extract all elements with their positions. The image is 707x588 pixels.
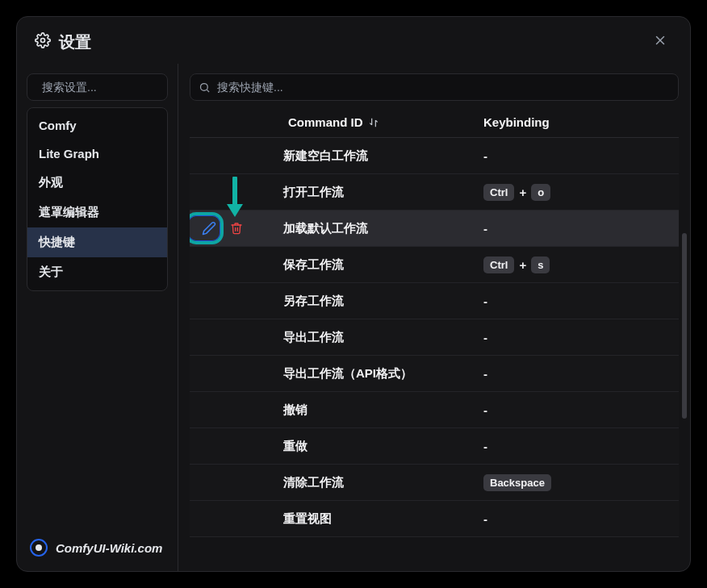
command-label: 撤销 <box>278 402 479 418</box>
command-label: 重做 <box>278 439 479 454</box>
gear-icon <box>35 32 51 52</box>
dialog-title-wrap: 设置 <box>35 31 91 53</box>
dialog-title: 设置 <box>59 31 91 53</box>
dialog-body: ComfyLite Graph外观遮罩编辑器快捷键关于 ComfyUI-Wiki… <box>17 64 690 571</box>
table-header: Command ID Keybinding <box>190 107 679 138</box>
sidebar-search[interactable] <box>27 73 168 101</box>
keybinding-cell: - <box>479 512 679 526</box>
no-binding: - <box>483 367 487 381</box>
sort-icon <box>368 117 379 128</box>
key-badge: Ctrl <box>483 256 514 273</box>
no-binding: - <box>483 403 487 417</box>
keybinding-cell: Ctrl+o <box>479 184 679 201</box>
scrollbar[interactable] <box>682 233 687 419</box>
command-label: 新建空白工作流 <box>278 148 479 164</box>
command-label: 保存工作流 <box>278 257 479 273</box>
table-row[interactable]: 加载默认工作流- <box>190 211 679 247</box>
keybinding-cell: - <box>479 149 679 163</box>
table-row[interactable]: 重做- <box>190 428 679 465</box>
key-badge: o <box>531 184 550 201</box>
trash-icon <box>230 222 243 235</box>
key-badge: s <box>531 256 550 273</box>
row-actions <box>190 356 278 391</box>
row-actions <box>190 247 278 282</box>
no-binding: - <box>483 222 487 236</box>
table-body: 新建空白工作流-打开工作流Ctrl+o加载默认工作流-保存工作流Ctrl+s另存… <box>190 138 679 571</box>
keybinding-cell: Backspace <box>479 474 679 491</box>
brand-icon <box>30 539 48 557</box>
keybinding-cell: Ctrl+s <box>479 256 679 273</box>
row-actions <box>190 283 278 319</box>
svg-point-0 <box>41 38 45 42</box>
delete-button[interactable] <box>227 219 246 238</box>
command-label: 重置视图 <box>278 511 479 527</box>
no-binding: - <box>483 294 487 308</box>
row-actions <box>190 319 278 355</box>
sidebar: ComfyLite Graph外观遮罩编辑器快捷键关于 ComfyUI-Wiki… <box>17 64 178 571</box>
table-row[interactable]: 导出工作流（API格式）- <box>190 356 679 392</box>
table-row[interactable]: 导出工作流- <box>190 319 679 356</box>
command-label: 清除工作流 <box>278 475 479 490</box>
row-actions <box>190 211 278 246</box>
brand: ComfyUI-Wiki.com <box>27 534 168 561</box>
no-binding: - <box>483 512 487 526</box>
sidebar-search-input[interactable] <box>42 81 183 94</box>
sidebar-item[interactable]: 关于 <box>27 257 167 287</box>
brand-label: ComfyUI-Wiki.com <box>56 541 162 555</box>
keybinding-cell: - <box>479 222 679 236</box>
command-label: 导出工作流（API格式） <box>278 366 479 382</box>
close-icon <box>653 33 667 48</box>
sidebar-item[interactable]: Lite Graph <box>27 140 167 168</box>
column-keybinding[interactable]: Keybinding <box>479 115 674 129</box>
svg-point-5 <box>201 83 208 90</box>
no-binding: - <box>483 331 487 344</box>
keybinding-search[interactable] <box>190 73 679 101</box>
keybinding-cell: - <box>479 367 679 381</box>
plus-separator: + <box>519 186 526 199</box>
dialog-header: 设置 <box>17 17 690 64</box>
command-label: 导出工作流 <box>278 330 479 345</box>
settings-dialog: 设置 ComfyLite Graph外观遮罩编辑器快捷键关于 ComfyUI-W… <box>16 16 691 572</box>
plus-separator: + <box>519 258 526 272</box>
svg-line-6 <box>207 90 209 92</box>
command-label: 加载默认工作流 <box>278 221 479 236</box>
sidebar-item[interactable]: 外观 <box>27 168 167 198</box>
table-row[interactable]: 打开工作流Ctrl+o <box>190 174 679 211</box>
key-badge: Ctrl <box>483 184 514 201</box>
keybinding-cell: - <box>479 440 679 453</box>
row-actions <box>190 174 278 210</box>
command-label: 另存工作流 <box>278 294 479 309</box>
main-panel: Command ID Keybinding 新建空白工作流-打开工作流Ctrl+… <box>178 64 690 571</box>
table-row[interactable]: 清除工作流Backspace <box>190 465 679 501</box>
row-actions <box>190 392 278 427</box>
search-icon <box>199 81 211 94</box>
pencil-icon <box>202 221 216 236</box>
table-row[interactable]: 保存工作流Ctrl+s <box>190 247 679 283</box>
no-binding: - <box>483 440 487 453</box>
keybinding-cell: - <box>479 294 679 308</box>
row-actions <box>190 138 278 173</box>
keybinding-search-input[interactable] <box>217 81 670 94</box>
sidebar-item[interactable]: Comfy <box>27 111 167 140</box>
edit-button[interactable] <box>199 219 219 238</box>
table-row[interactable]: 另存工作流- <box>190 283 679 319</box>
column-command[interactable]: Command ID <box>283 115 479 129</box>
row-actions <box>190 501 278 536</box>
row-actions <box>190 465 278 500</box>
table-row[interactable]: 撤销- <box>190 392 679 428</box>
table-row[interactable]: 新建空白工作流- <box>190 138 679 174</box>
sidebar-item[interactable]: 快捷键 <box>27 227 167 257</box>
sidebar-item[interactable]: 遮罩编辑器 <box>27 198 167 227</box>
command-label: 打开工作流 <box>278 185 479 200</box>
keybinding-cell: - <box>479 403 679 417</box>
no-binding: - <box>483 149 487 163</box>
key-badge: Backspace <box>483 474 551 491</box>
close-button[interactable] <box>648 28 672 56</box>
row-actions <box>190 428 278 464</box>
sidebar-nav: ComfyLite Graph外观遮罩编辑器快捷键关于 <box>27 107 168 291</box>
keybinding-cell: - <box>479 331 679 344</box>
table-row[interactable]: 重置视图- <box>190 501 679 537</box>
